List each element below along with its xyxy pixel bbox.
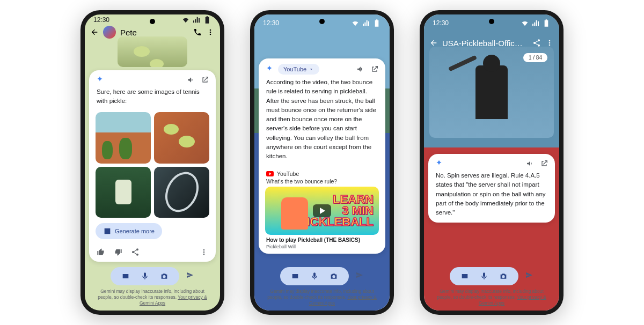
input-pill[interactable] — [111, 267, 179, 285]
generated-image[interactable] — [96, 167, 151, 218]
gemini-card: No. Spin serves are illegal. Rule 4.A.5 … — [428, 154, 555, 223]
youtube-question: What's the two bounce rule? — [259, 177, 385, 184]
image-icon — [103, 227, 112, 235]
open-icon[interactable] — [201, 76, 209, 84]
attached-image — [118, 36, 187, 67]
volume-icon[interactable] — [526, 159, 535, 168]
gemini-spark-icon — [265, 65, 274, 73]
youtube-chip[interactable]: YouTube — [278, 64, 319, 75]
gemini-card: Sure, here are some images of tennis wit… — [89, 70, 216, 262]
response-text: No. Spin serves are illegal. Rule 4.A.5 … — [428, 170, 555, 223]
card-header — [89, 70, 216, 86]
player-silhouette — [475, 65, 508, 119]
generated-image[interactable] — [154, 112, 209, 163]
gallery-icon[interactable] — [460, 272, 469, 280]
footer: Gemini may display inaccurate info, incl… — [424, 265, 559, 311]
battery-icon — [542, 19, 551, 27]
send-icon[interactable] — [525, 271, 533, 282]
input-pill[interactable] — [450, 267, 518, 285]
open-icon[interactable] — [370, 65, 379, 73]
more-icon[interactable] — [545, 39, 554, 47]
clock: 12:30 — [433, 19, 449, 27]
volume-icon[interactable] — [187, 76, 195, 84]
signal-icon — [192, 16, 201, 24]
mic-icon[interactable] — [310, 272, 319, 280]
card-header — [428, 154, 555, 170]
mic-icon[interactable] — [141, 272, 149, 280]
status-icons — [181, 16, 211, 24]
input-bar — [428, 267, 555, 285]
generated-image[interactable] — [96, 112, 151, 163]
clock: 12:30 — [263, 19, 279, 27]
share-icon[interactable] — [532, 39, 541, 47]
youtube-source-row: YouTube — [259, 166, 385, 177]
mic-icon[interactable] — [480, 272, 488, 280]
avatar[interactable] — [103, 26, 116, 39]
send-icon[interactable] — [186, 271, 194, 282]
input-bar — [259, 267, 385, 285]
contact-name[interactable]: Pete — [120, 28, 137, 37]
generated-image[interactable] — [154, 167, 209, 218]
youtube-label: YouTube — [277, 171, 299, 177]
camera-icon[interactable] — [499, 272, 508, 280]
video-channel[interactable]: Pickleball Will — [259, 244, 385, 254]
video-title[interactable]: How to play Pickleball (THE BASICS) — [259, 237, 385, 244]
generate-more-button[interactable]: Generate more — [96, 223, 162, 239]
camera-icon[interactable] — [160, 272, 169, 280]
youtube-thumbnail[interactable]: LEARN 3 MIN PICKLEBALL — [265, 187, 379, 235]
dots-icon[interactable] — [200, 248, 208, 256]
battery-icon — [372, 19, 381, 27]
image-grid — [89, 111, 216, 223]
share-icon[interactable] — [131, 248, 140, 256]
signal-icon — [531, 19, 540, 27]
phone-mock-2: 12:30 YouTube — [250, 10, 394, 315]
wifi-icon — [181, 16, 190, 24]
gemini-spark-icon — [96, 76, 104, 84]
back-icon[interactable] — [429, 39, 438, 47]
gallery-icon[interactable] — [291, 272, 299, 280]
back-icon[interactable] — [90, 28, 99, 36]
thumbs-down-icon[interactable] — [114, 248, 122, 256]
generate-more-label: Generate more — [115, 228, 155, 234]
more-icon[interactable] — [206, 28, 215, 36]
volume-icon[interactable] — [356, 65, 365, 73]
status-icons — [351, 19, 381, 27]
battery-icon — [203, 16, 211, 24]
footer: Gemini may display inaccurate info, incl… — [85, 265, 220, 311]
phone-mock-3: 1 / 84 12:30 USA-Pickleball-Official-... — [420, 10, 564, 315]
gemini-card: YouTube According to the video, the two … — [259, 58, 385, 254]
gallery-icon[interactable] — [121, 272, 130, 280]
wifi-icon — [351, 19, 360, 27]
status-bar: 12:30 — [85, 14, 220, 25]
response-text: Sure, here are some images of tennis wit… — [89, 86, 216, 112]
disclaimer: Gemini may display inaccurate info, incl… — [259, 285, 385, 306]
status-icons — [521, 19, 551, 27]
chevron-down-icon — [309, 67, 314, 72]
screen: 1 / 84 12:30 USA-Pickleball-Official-... — [424, 14, 559, 311]
camera-icon[interactable] — [330, 272, 338, 280]
thumbs-up-icon[interactable] — [97, 248, 105, 256]
page-counter: 1 / 84 — [523, 53, 547, 62]
response-text: According to the video, the two bounce r… — [259, 77, 385, 166]
clock: 12:30 — [93, 16, 109, 24]
disclaimer: Gemini may display inaccurate info, incl… — [428, 285, 555, 306]
phone-mock-1: 12:30 Pete — [80, 10, 224, 315]
thumb-person — [281, 197, 308, 230]
screen: 12:30 Pete — [85, 14, 220, 311]
status-bar: 12:30 — [424, 14, 559, 32]
thumb-text: LEARN 3 MIN PICKLEBALL — [299, 194, 374, 228]
gemini-spark-icon — [435, 159, 443, 168]
input-bar — [89, 267, 216, 285]
pdf-title: USA-Pickleball-Official-... — [442, 39, 523, 48]
open-icon[interactable] — [540, 159, 548, 168]
call-icon[interactable] — [193, 28, 202, 36]
footer: Gemini may display inaccurate info, incl… — [254, 265, 390, 311]
play-icon — [313, 204, 331, 217]
chip-label: YouTube — [283, 66, 306, 72]
screen: 12:30 YouTube — [254, 14, 390, 311]
input-pill[interactable] — [280, 267, 349, 285]
disclaimer: Gemini may display inaccurate info, incl… — [89, 285, 216, 306]
youtube-icon — [266, 171, 274, 176]
send-icon[interactable] — [355, 271, 364, 282]
signal-icon — [362, 19, 370, 27]
